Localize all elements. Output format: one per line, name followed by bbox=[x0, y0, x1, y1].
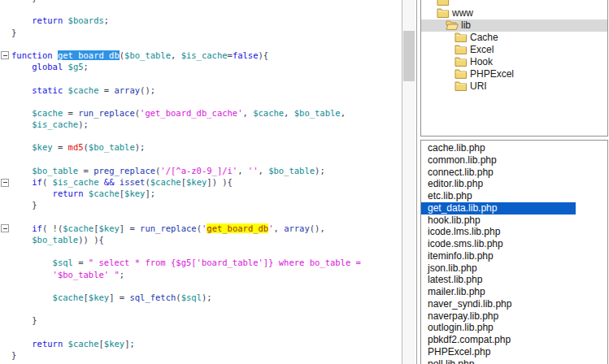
file-item[interactable]: cache.lib.php bbox=[421, 142, 607, 154]
code-token: ; bbox=[104, 15, 109, 25]
code-token: function bbox=[11, 50, 58, 60]
code-line: } bbox=[0, 199, 402, 210]
file-item[interactable]: connect.lib.php bbox=[421, 167, 607, 179]
tree-item-label: URI bbox=[470, 80, 487, 92]
code-token: $key bbox=[124, 188, 145, 198]
code-token: '/[^a-z0-9_]/i' bbox=[160, 166, 237, 176]
code-token: return bbox=[32, 15, 63, 25]
code-line bbox=[0, 211, 402, 223]
code-token: '' bbox=[248, 166, 259, 176]
code-token: static bbox=[32, 85, 63, 95]
folder-icon bbox=[455, 44, 468, 54]
code-line: $key = md5($bo_table); bbox=[0, 141, 402, 153]
code-token: return bbox=[32, 339, 63, 349]
directory-panel: wwwlibCacheExcelHookPHPExcelURI cache.li… bbox=[416, 0, 609, 364]
code-token: } bbox=[11, 315, 37, 325]
file-item[interactable]: naverpay.lib.php bbox=[421, 310, 607, 323]
file-item[interactable]: latest.lib.php bbox=[421, 274, 607, 286]
scrollbar-thumb[interactable] bbox=[403, 31, 415, 81]
code-token: = bbox=[63, 108, 78, 118]
code-token: ; bbox=[120, 270, 124, 280]
code-line bbox=[0, 326, 402, 337]
code-line bbox=[0, 280, 402, 292]
tree-item-label: www bbox=[452, 7, 473, 19]
code-token: $bo_table bbox=[32, 166, 78, 176]
code-token: $cache bbox=[68, 339, 99, 349]
file-item[interactable]: common.lib.php bbox=[421, 154, 607, 167]
fold-collapse-icon[interactable] bbox=[1, 51, 9, 59]
file-item[interactable]: etc.lib.php bbox=[421, 190, 607, 202]
file-item[interactable]: poll.lib.php bbox=[421, 358, 607, 364]
code-token: , bbox=[284, 108, 294, 118]
code-token: '$bo_table' " bbox=[53, 270, 120, 280]
file-item[interactable]: outlogin.lib.php bbox=[421, 322, 607, 334]
file-item[interactable]: editor.lib.php bbox=[421, 178, 607, 190]
code-line bbox=[0, 245, 402, 257]
code-token: $key bbox=[89, 292, 109, 302]
tree-item-phpexcel[interactable]: PHPExcel bbox=[421, 68, 607, 80]
code-token: run_replace bbox=[140, 223, 197, 233]
file-item[interactable]: get_data.lib.php bbox=[421, 202, 576, 214]
file-item[interactable]: PHPExcel.php bbox=[421, 346, 607, 358]
code-token: $bo_table bbox=[294, 108, 341, 118]
file-item[interactable]: mailer.lib.php bbox=[421, 286, 607, 298]
file-item[interactable]: naver_syndi.lib.php bbox=[421, 298, 607, 310]
tree-item-lib[interactable]: lib bbox=[421, 20, 607, 32]
code-token bbox=[11, 235, 32, 245]
code-token: md5 bbox=[68, 142, 84, 152]
code-token: isset bbox=[120, 177, 146, 187]
tree-item-label: Excel bbox=[470, 44, 494, 55]
file-item[interactable]: json.lib.php bbox=[421, 262, 607, 275]
code-token: array bbox=[284, 223, 310, 233]
file-item[interactable]: pbkdf2.compat.php bbox=[421, 334, 607, 346]
file-item[interactable]: iteminfo.lib.php bbox=[421, 250, 607, 262]
code-token bbox=[11, 258, 53, 267]
code-line bbox=[0, 154, 402, 165]
code-editor[interactable]: } return $boards;}function get_board_db(… bbox=[0, 0, 402, 364]
code-line: $bo_table = preg_replace('/[^a-z0-9_]/i'… bbox=[0, 165, 402, 176]
code-token: ){ bbox=[259, 50, 269, 60]
code-token: if bbox=[32, 223, 42, 233]
code-token: $is_cache bbox=[32, 119, 78, 129]
code-line: return $boards; bbox=[0, 15, 402, 26]
code-token: array bbox=[114, 85, 140, 95]
code-token: $sql bbox=[181, 292, 202, 302]
code-token: )) ){ bbox=[78, 235, 104, 245]
code-token: , bbox=[259, 166, 269, 176]
code-token: $g5 bbox=[68, 62, 84, 72]
code-token: $cache bbox=[150, 177, 181, 187]
code-line: if( !($cache[$key] = run_replace('get_bo… bbox=[0, 223, 402, 234]
tree-item-uri[interactable]: URI bbox=[421, 80, 607, 93]
code-token: " select * from {$g5['board_table']} whe… bbox=[89, 258, 361, 267]
code-token bbox=[11, 292, 53, 302]
tree-item-label: lib bbox=[461, 20, 471, 31]
code-token: ); bbox=[315, 166, 325, 176]
file-item[interactable]: icode.lms.lib.php bbox=[421, 226, 607, 238]
code-token: preg_replace bbox=[94, 166, 155, 176]
folder-icon bbox=[437, 0, 450, 6]
code-token bbox=[11, 108, 32, 118]
code-line bbox=[0, 96, 402, 107]
code-token: global bbox=[32, 62, 63, 72]
vertical-scrollbar[interactable] bbox=[402, 0, 415, 364]
code-token: && bbox=[104, 177, 115, 187]
code-line: global $g5; bbox=[0, 61, 402, 72]
tree-item-www[interactable]: www bbox=[421, 7, 607, 20]
tree-item-partial[interactable] bbox=[421, 0, 607, 7]
code-line bbox=[0, 303, 402, 314]
code-token bbox=[11, 339, 32, 349]
folder-icon bbox=[455, 56, 468, 67]
code-token: $cache bbox=[89, 188, 120, 198]
tree-item-hook[interactable]: Hook bbox=[421, 56, 607, 68]
fold-collapse-icon[interactable] bbox=[1, 179, 9, 187]
tree-item-excel[interactable]: Excel bbox=[421, 44, 607, 56]
code-line: } bbox=[0, 314, 402, 326]
file-item[interactable]: hook.lib.php bbox=[421, 214, 607, 227]
folder-tree-rows: wwwlibCacheExcelHookPHPExcelURI bbox=[421, 0, 607, 93]
file-item[interactable]: icode.sms.lib.php bbox=[421, 238, 607, 250]
code-line: $is_cache); bbox=[0, 119, 402, 130]
fold-collapse-icon[interactable] bbox=[1, 224, 9, 232]
code-token: } bbox=[11, 200, 37, 210]
tree-item-cache[interactable]: Cache bbox=[421, 32, 607, 44]
code-line: } bbox=[0, 349, 402, 361]
